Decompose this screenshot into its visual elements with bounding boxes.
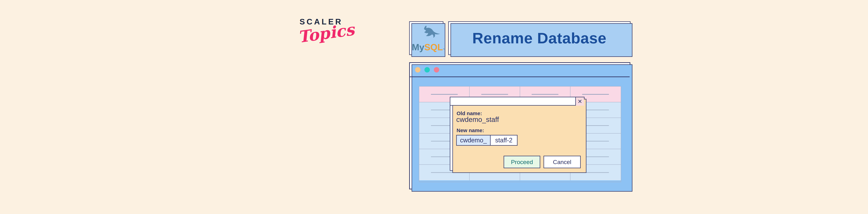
window-titlebar [410,63,630,77]
cancel-button[interactable]: Cancel [544,156,581,168]
cell-text-placeholder [582,94,609,95]
window-control-dot-teal[interactable] [425,67,430,72]
proceed-button[interactable]: Proceed [504,156,540,168]
dialog-actions: Proceed Cancel [504,156,581,168]
cell-text-placeholder [481,94,508,95]
close-button[interactable]: ✕ [575,97,584,106]
illustration-canvas: SCALER Topics MySQL™ Rename Database ✕ O… [0,0,868,214]
old-name-label: Old name: [457,110,482,116]
new-name-label: New name: [457,128,484,133]
new-name-input-group: cwdemo_ staff-2 [456,135,518,146]
mysql-wordmark-sql: SQL [424,42,443,52]
dialog-titlebar: ✕ [450,97,584,106]
mysql-wordmark-my: My [412,42,424,52]
cell-text-placeholder [431,94,458,95]
mysql-wordmark: MySQL™ [412,43,445,52]
mysql-logo-card: MySQL™ [409,21,443,55]
mysql-dolphin-icon [419,25,441,42]
page-title: Rename Database [472,29,607,47]
name-input-field[interactable]: staff-2 [491,136,517,145]
cell-text-placeholder [532,94,558,95]
brand-logo: SCALER Topics [298,17,344,43]
name-prefix-field: cwdemo_ [457,136,491,145]
mysql-trademark: ™ [443,48,445,51]
title-card: Rename Database [448,21,630,55]
old-name-value: cwdemo_staff [456,116,499,123]
rename-dialog: ✕ Old name: cwdemo_staff New name: cwdem… [450,97,585,171]
window-control-dot-pink[interactable] [434,67,439,72]
window-control-dot-orange[interactable] [415,67,421,72]
